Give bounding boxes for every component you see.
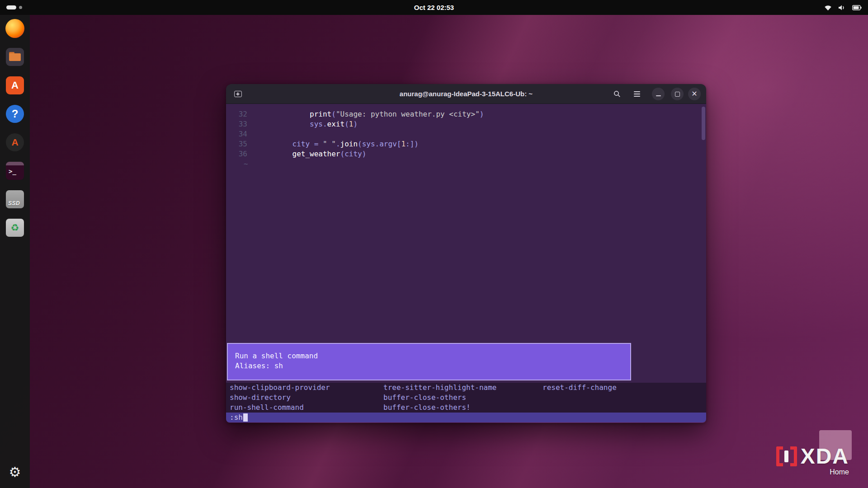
dock-item-settings[interactable]: ⚙ [5, 462, 25, 482]
completion-column: tree-sitter-highlight-namebuffer-close-o… [383, 383, 496, 413]
new-tab-button[interactable] [231, 88, 244, 100]
hamburger-icon [634, 91, 640, 96]
code-area: 32 print("Usage: python weather.py <city… [226, 109, 700, 169]
line-number: 34 [226, 129, 259, 139]
dock-item-drive[interactable]: ♻ [5, 218, 25, 238]
doc-line: Aliases: sh [235, 361, 630, 371]
dock-item-software[interactable]: A [5, 75, 25, 95]
xda-caption: Home [776, 468, 849, 476]
doc-line: Run a shell command [235, 351, 630, 361]
gear-icon: ⚙ [5, 462, 24, 481]
dock-item-app-a[interactable]: A [5, 132, 25, 152]
completion-item[interactable]: tree-sitter-highlight-name [383, 383, 496, 393]
completion-item[interactable]: buffer-close-others! [383, 403, 496, 413]
minimize-icon [656, 95, 661, 96]
code-text: city = " ".join(sys.argv[1:]) [259, 139, 419, 149]
completion-item[interactable]: show-directory [230, 393, 330, 403]
drive-recycle-icon: ♻ [6, 219, 24, 237]
scrollbar-track[interactable] [701, 106, 705, 382]
code-line: 34 [226, 129, 700, 139]
close-button[interactable]: ✕ [688, 88, 701, 100]
line-number: 32 [226, 109, 259, 119]
code-text: get_weather(city) [259, 149, 366, 159]
empty-line-tilde: ~ [226, 159, 700, 169]
ssd-label: SSD [8, 200, 20, 206]
dock-item-terminal[interactable]: >_ [5, 161, 25, 181]
software-a-icon: A [6, 76, 24, 94]
xda-watermark: XDA Home [776, 446, 849, 476]
code-text: print("Usage: python weather.py <city>") [259, 109, 484, 119]
top-bar: Oct 22 02:53 [0, 0, 868, 15]
firefox-icon [5, 19, 24, 38]
maximize-button[interactable] [671, 88, 684, 100]
search-button[interactable] [611, 88, 623, 100]
terminal-icon: >_ [6, 162, 24, 180]
terminal-body[interactable]: 32 print("Usage: python weather.py <city… [226, 104, 706, 422]
completion-column: show-clipboard-providershow-directoryrun… [230, 383, 330, 413]
activities-indicator[interactable] [6, 0, 22, 15]
completion-item[interactable]: show-clipboard-provider [230, 383, 330, 393]
line-number: 35 [226, 139, 259, 149]
code-line: 33 sys.exit(1) [226, 119, 700, 129]
code-text [259, 129, 275, 139]
help-icon: ? [6, 105, 24, 123]
dock-item-help[interactable]: ? [5, 104, 25, 124]
search-icon [613, 90, 621, 98]
terminal-window: anurag@anurag-IdeaPad-3-15ALC6-Ub: ~ ✕ 3… [226, 84, 706, 423]
app-a-icon: A [6, 133, 24, 151]
dock-item-ssd[interactable]: SSD [5, 189, 25, 209]
dock-item-firefox[interactable] [5, 19, 25, 38]
battery-icon [852, 5, 862, 10]
clock[interactable]: Oct 22 02:53 [414, 4, 454, 11]
volume-icon [838, 5, 846, 11]
line-number: 33 [226, 119, 259, 129]
new-tab-icon [234, 91, 242, 97]
completion-column: reset-diff-change [542, 383, 617, 393]
command-doc-popup: Run a shell command Aliases: sh [227, 343, 631, 380]
xda-brand-text: XDA [801, 446, 849, 467]
ssd-drive-icon: SSD [6, 190, 24, 208]
command-text: :sh [230, 413, 243, 422]
line-number: 36 [226, 149, 259, 159]
code-line: 35 city = " ".join(sys.argv[1:]) [226, 139, 700, 149]
workspace-dot [19, 6, 22, 9]
code-line: 32 print("Usage: python weather.py <city… [226, 109, 700, 119]
completion-item[interactable]: reset-diff-change [542, 383, 617, 393]
minimize-button[interactable] [652, 88, 665, 100]
menu-button[interactable] [631, 88, 643, 100]
dock-item-files[interactable] [5, 47, 25, 67]
scrollbar-thumb[interactable] [702, 107, 705, 140]
files-icon [6, 48, 24, 66]
completion-item[interactable]: buffer-close-others [383, 393, 496, 403]
command-line[interactable]: :sh [226, 413, 706, 422]
workspace-pill [6, 5, 16, 9]
code-text: sys.exit(1) [259, 119, 358, 129]
maximize-icon [675, 92, 680, 97]
window-title: anurag@anurag-IdeaPad-3-15ALC6-Ub: ~ [400, 90, 533, 98]
terminal-titlebar[interactable]: anurag@anurag-IdeaPad-3-15ALC6-Ub: ~ ✕ [226, 84, 706, 104]
xda-logo-icon [776, 446, 797, 467]
close-icon: ✕ [691, 90, 697, 98]
system-tray[interactable] [824, 0, 862, 15]
text-cursor [243, 413, 248, 422]
completion-item[interactable]: run-shell-command [230, 403, 330, 413]
completion-menu: show-clipboard-providershow-directoryrun… [226, 383, 706, 413]
dock: A ? A >_ SSD ♻ ⚙ [0, 15, 30, 488]
code-line: 36 get_weather(city) [226, 149, 700, 159]
network-wifi-icon [824, 5, 832, 11]
